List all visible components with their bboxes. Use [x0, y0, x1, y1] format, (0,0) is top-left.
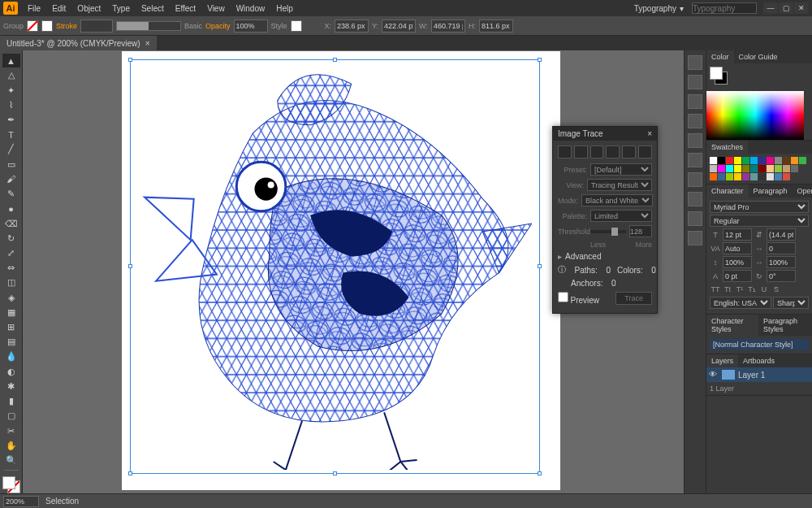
swatch[interactable]: [734, 165, 741, 172]
parastyles-tab[interactable]: Paragraph Styles: [758, 315, 812, 336]
swatch[interactable]: [742, 165, 749, 172]
free-transform-tool[interactable]: ◫: [2, 276, 20, 289]
color-guide-tab[interactable]: Color Guide: [734, 50, 783, 63]
type-tool[interactable]: T: [2, 128, 20, 141]
swatch[interactable]: [783, 165, 790, 172]
tt-small-icon[interactable]: Tt: [722, 284, 733, 295]
panel-icon[interactable]: [688, 75, 702, 89]
threshold-input[interactable]: [629, 225, 652, 237]
vscale-input[interactable]: [723, 256, 752, 268]
swatch[interactable]: [799, 157, 806, 164]
color-spectrum[interactable]: [706, 91, 804, 140]
brush-definition[interactable]: [116, 21, 181, 31]
menu-select[interactable]: Select: [136, 2, 169, 15]
paragraph-tab[interactable]: Paragraph: [749, 185, 793, 198]
view-select[interactable]: Tracing Result: [587, 179, 652, 191]
font-style-select[interactable]: Regular: [710, 215, 809, 227]
preset-icon[interactable]: [590, 145, 604, 158]
antialias-select[interactable]: Sharp: [773, 297, 809, 309]
lasso-tool[interactable]: ⌇: [2, 98, 20, 112]
swatch[interactable]: [758, 173, 766, 180]
gradient-tool[interactable]: ▤: [2, 335, 20, 349]
mode-select[interactable]: Black and White: [581, 194, 653, 206]
direct-selection-tool[interactable]: △: [2, 68, 20, 82]
hscale-input[interactable]: [767, 256, 796, 268]
panel-icon[interactable]: [688, 172, 702, 187]
zoom-tool[interactable]: 🔍: [2, 454, 20, 467]
eyedropper-tool[interactable]: 💧: [2, 350, 20, 363]
charstyle-row[interactable]: [Normal Character Style]: [710, 339, 809, 350]
charstyles-tab[interactable]: Character Styles: [706, 315, 758, 336]
perspective-tool[interactable]: ▦: [2, 306, 20, 319]
swatch[interactable]: [791, 165, 798, 172]
menu-window[interactable]: Window: [231, 2, 270, 15]
underline-icon[interactable]: U: [758, 284, 770, 295]
font-family-select[interactable]: Myriad Pro: [710, 201, 809, 213]
color-tab[interactable]: Color: [706, 50, 734, 63]
hand-tool[interactable]: ✋: [2, 439, 20, 453]
swatch[interactable]: [767, 157, 774, 164]
fill-stroke-wells[interactable]: [2, 476, 20, 493]
tt-caps-icon[interactable]: TT: [710, 284, 721, 295]
magic-wand-tool[interactable]: ✦: [2, 83, 20, 97]
menu-help[interactable]: Help: [271, 2, 298, 15]
symbol-sprayer-tool[interactable]: ✱: [2, 380, 20, 393]
traced-artwork[interactable]: [138, 67, 532, 470]
close-icon[interactable]: ✕: [794, 2, 809, 14]
shape-builder-tool[interactable]: ◈: [2, 291, 20, 305]
preset-icon[interactable]: [558, 145, 572, 158]
swatch[interactable]: [710, 165, 717, 172]
preset-icon[interactable]: [574, 145, 588, 158]
eraser-tool[interactable]: ⌫: [2, 216, 20, 230]
swatch[interactable]: [734, 157, 741, 164]
panel-close-icon[interactable]: ×: [647, 129, 652, 138]
preset-icon[interactable]: [638, 145, 652, 158]
swatch[interactable]: [758, 157, 766, 164]
swatch[interactable]: [799, 165, 806, 172]
color-wells[interactable]: [710, 67, 728, 85]
x-input[interactable]: [335, 20, 369, 33]
language-select[interactable]: English: USA: [710, 297, 771, 309]
width-tool[interactable]: ⇔: [2, 261, 20, 275]
swatch[interactable]: [775, 157, 782, 164]
zoom-input[interactable]: [3, 496, 39, 507]
panel-icon[interactable]: [688, 231, 702, 245]
preset-icon[interactable]: [606, 145, 620, 158]
kerning-input[interactable]: [723, 242, 752, 254]
opentype-tab[interactable]: OpenType: [793, 185, 812, 198]
eye-icon[interactable]: 👁: [709, 370, 719, 380]
layers-tab[interactable]: Layers: [706, 354, 738, 367]
rotation-input[interactable]: [767, 270, 796, 282]
search-input[interactable]: [692, 2, 757, 14]
advanced-toggle[interactable]: Advanced: [558, 252, 652, 261]
panel-icon[interactable]: [688, 55, 702, 70]
swatch[interactable]: [750, 165, 758, 172]
document-tab[interactable]: Untitled-3* @ 200% (CMYK/Preview) ×: [0, 36, 157, 50]
threshold-slider[interactable]: [590, 230, 626, 233]
trace-button[interactable]: Trace: [615, 292, 652, 305]
blend-tool[interactable]: ◐: [2, 365, 20, 379]
leading-input[interactable]: [767, 228, 796, 241]
workspace-selector[interactable]: Typography ▾: [628, 2, 690, 15]
swatch[interactable]: [767, 173, 774, 180]
font-size-input[interactable]: [723, 228, 752, 241]
preview-checkbox[interactable]: Preview: [558, 291, 599, 305]
artboard[interactable]: [122, 51, 560, 490]
swatch[interactable]: [718, 165, 725, 172]
swatch[interactable]: [775, 173, 782, 180]
panel-icon[interactable]: [688, 153, 702, 167]
panel-icon[interactable]: [688, 133, 702, 148]
paintbrush-tool[interactable]: 🖌: [2, 172, 20, 186]
swatch[interactable]: [783, 173, 790, 180]
y-input[interactable]: [382, 20, 416, 33]
artboard-tool[interactable]: ▢: [2, 409, 20, 423]
swatch[interactable]: [750, 157, 758, 164]
artboards-tab[interactable]: Artboards: [738, 354, 780, 367]
palette-select[interactable]: Limited: [590, 210, 652, 222]
layer-row[interactable]: 👁 Layer 1: [706, 367, 812, 382]
menu-object[interactable]: Object: [72, 2, 106, 15]
superscript-icon[interactable]: T¹: [734, 284, 745, 295]
swatch[interactable]: [742, 173, 749, 180]
swatch[interactable]: [718, 157, 725, 164]
swatch[interactable]: [750, 173, 758, 180]
